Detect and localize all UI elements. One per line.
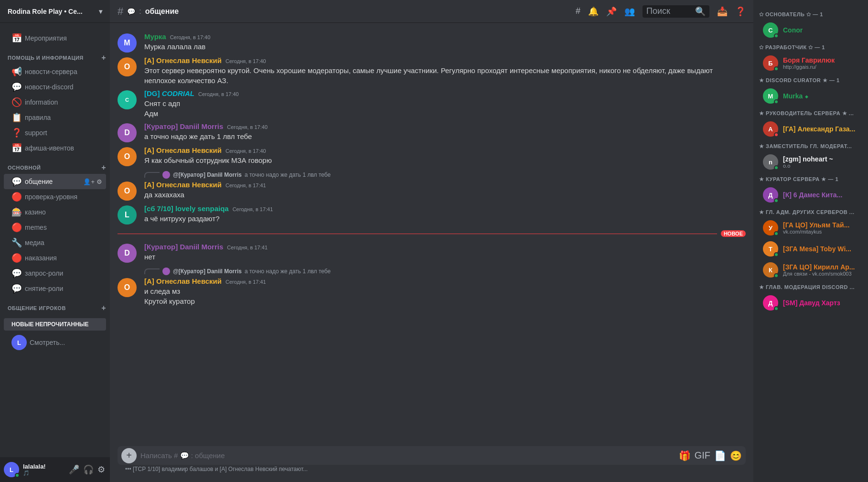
message-author[interactable]: Мурка (144, 32, 166, 41)
member-name: [ЗГА ЦО] Кирилл Ар... (783, 263, 860, 271)
message-time: Сегодня, в 17:41 (225, 279, 266, 285)
channel-icon: 📅 (11, 33, 22, 43)
channel-snyatie-roli[interactable]: 💬 снятие-роли (4, 281, 106, 296)
message-author[interactable]: [Куратор] Daniil Morris (144, 122, 223, 130)
channel-meropriyatiya[interactable]: 📅 Мероприятия (4, 31, 106, 46)
message-group: L [сб 7/10] lovely senpaiqa Сегодня, в 1… (110, 203, 753, 226)
status-dot (774, 198, 779, 203)
add-channel-btn-3[interactable]: + (101, 304, 106, 312)
member-item[interactable]: М Murka ⬥ (757, 86, 864, 107)
emoji-icon[interactable]: 😊 (730, 450, 742, 461)
member-item[interactable]: Д [SM] Давуд Хартз (757, 292, 864, 313)
add-channel-btn[interactable]: + (101, 54, 106, 62)
message-text: Мурка лалала лав (144, 42, 746, 52)
section-header: ★ ГЛ. АДМ. ДРУГИХ СЕРВЕРОВ ... (753, 205, 868, 217)
microphone-icon[interactable]: 🎤 (68, 463, 80, 476)
unread-bar[interactable]: НОВЫЕ НЕПРОЧИТАННЫЕ (4, 318, 106, 331)
channel-information[interactable]: 🚫 information (4, 95, 106, 110)
reply-avatar (162, 268, 170, 275)
message-author[interactable]: [А] Огнеслав Невский (144, 56, 222, 64)
channel-memes[interactable]: 🔴 memes (4, 220, 106, 235)
inbox-icon[interactable]: 📥 (717, 6, 728, 17)
member-name: [zgm] noheart ~ (783, 155, 860, 163)
typing-indicator: ••• [TCP 1/10] владимир балашов и [А] Ог… (118, 465, 746, 474)
gear-icon[interactable]: ⚙ (96, 178, 102, 185)
add-channel-btn-2[interactable]: + (101, 163, 106, 172)
message-author[interactable]: [Куратор] Daniil Morris (144, 243, 223, 251)
section-header: ★ ЗАМЕСТИТЕЛЬ ГЛ. МОДЕРАТ... (753, 139, 868, 151)
user-settings-icon[interactable]: 👤+ (83, 178, 95, 185)
message-text: а чё нитруху раздают? (144, 214, 746, 224)
status-dot (774, 306, 779, 311)
channel-zapros-roli[interactable]: 💬 запрос-роли (4, 266, 106, 281)
message-time: Сегодня, в 17:40 (198, 91, 239, 97)
member-item[interactable]: n [zgm] noheart ~ o.o (757, 151, 864, 172)
message-text: и следа мзКрутой куратор (144, 286, 746, 306)
message-author[interactable]: [сб 7/10] lovely senpaiqa (144, 204, 229, 213)
member-section-dev: ✩ РАЗРАБОТЧИК ✩ — 1 Б Боря Гаврилюк http… (753, 41, 868, 74)
member-item[interactable]: А [ГА] Александр Газа... (757, 118, 864, 139)
reply-author[interactable]: @[Куратор] Daniil Morris (173, 268, 242, 275)
section-help-info[interactable]: ПОМОЩЬ И ИНФОРМАЦИЯ + (0, 54, 110, 64)
reply-author[interactable]: @[Куратор] Daniil Morris (173, 171, 242, 178)
section-osnovnoy[interactable]: ОСНОВНОЙ + (0, 163, 110, 174)
main-content: # 💬 : общение # 🔔 📌 👥 Поиск 🔍 📥 ❓ М Мурк… (110, 0, 753, 482)
message-author[interactable]: [А] Огнеслав Невский (144, 277, 222, 285)
reply-text[interactable]: а точно надо же дать 1 лвл тебе (245, 268, 331, 275)
member-item[interactable]: T [ЗГА Mesa] Toby Wi... (757, 238, 864, 259)
unread-channel-item[interactable]: L Смотреть... (4, 332, 106, 353)
sticker-icon[interactable]: 📄 (714, 450, 726, 461)
member-sub: vk.com/mitaykus (783, 229, 860, 235)
member-item[interactable]: C Conor (757, 20, 864, 41)
channel-pravila[interactable]: 📋 правила (4, 110, 106, 125)
member-item[interactable]: К [ЗГА ЦО] Кирилл Ар... Для связи - vk.c… (757, 259, 864, 280)
channel-media[interactable]: 🔧 медиа (4, 235, 106, 250)
message-input[interactable] (140, 446, 675, 465)
section-header: ★ ГЛАВ. МОДЕРАЦИЯ DISCORD ... (753, 280, 868, 292)
channel-proverka-urovnya[interactable]: 🔴 проверка-уровня (4, 189, 106, 204)
server-header[interactable]: Rodina Role Play • Ce... ▾ (0, 0, 110, 23)
message-time: Сегодня, в 17:40 (225, 58, 266, 64)
help-icon[interactable]: ❓ (735, 6, 746, 17)
channel-novosti-discord[interactable]: 💬 новости-discord (4, 79, 106, 95)
search-box[interactable]: Поиск 🔍 (643, 5, 709, 18)
search-icon: 🔍 (695, 6, 706, 17)
member-avatar: Д (763, 187, 778, 203)
message-author[interactable]: [А] Огнеслав Невский (144, 181, 222, 189)
channel-kazino[interactable]: 🎰 казино (4, 204, 106, 220)
settings-icon[interactable]: ⚙ (96, 463, 106, 476)
member-name: [ЗГА Mesa] Toby Wi... (783, 245, 860, 253)
reply-indicator: @[Куратор] Daniil Morris а точно надо же… (137, 267, 753, 276)
reply-text[interactable]: а точно надо же дать 1 лвл тебе (245, 171, 331, 178)
avatar: О (118, 57, 137, 76)
section-obshchenie-igrokov[interactable]: ОБЩЕНИЕ ИГРОКОВ + (0, 304, 110, 314)
member-item[interactable]: У [ГА ЦО] Ульям Тай... vk.com/mitaykus (757, 217, 864, 238)
member-section-curator: ★ DISCORD CURATOR ★ — 1 М Murka ⬥ (753, 74, 868, 107)
member-item[interactable]: Б Боря Гаврилюк http://ggais.ru/ (757, 53, 864, 74)
message-author[interactable]: [А] Огнеслав Невский (144, 146, 222, 154)
notification-icon[interactable]: 🔔 (588, 6, 599, 17)
channel-novosti-servera[interactable]: 📢 новости-сервера (4, 64, 106, 79)
member-item[interactable]: Д [К] 6 Дамес Кита... (757, 184, 864, 205)
gift-icon[interactable]: 🎁 (679, 450, 691, 461)
gif-icon[interactable]: GIF (695, 450, 710, 461)
member-sub: Для связи - vk.com/smok003 (783, 271, 860, 277)
members-icon[interactable]: 👥 (624, 6, 635, 17)
status-dot (774, 33, 779, 38)
headphones-icon[interactable]: 🎧 (82, 463, 95, 476)
channel-support[interactable]: ❓ support (4, 125, 106, 140)
member-section-other-servers: ★ ГЛ. АДМ. ДРУГИХ СЕРВЕРОВ ... У [ГА ЦО]… (753, 205, 868, 280)
attach-button[interactable]: + (121, 448, 137, 463)
members-panel: ✩ ОСНОВАТЕЛЬ ✩ — 1 C Conor ✩ РАЗРАБОТЧИК… (753, 0, 868, 482)
member-section-discord-mod: ★ ГЛАВ. МОДЕРАЦИЯ DISCORD ... Д [SM] Дав… (753, 280, 868, 313)
member-section-deputy: ★ ЗАМЕСТИТЕЛЬ ГЛ. МОДЕРАТ... n [zgm] noh… (753, 139, 868, 172)
channel-nakazaniya[interactable]: 🔴 наказания (4, 250, 106, 266)
thread-icon[interactable]: # (576, 6, 580, 16)
message-author[interactable]: [DG] CODRIAL (144, 89, 194, 97)
pin-icon[interactable]: 📌 (606, 6, 617, 17)
channel-obshchenie[interactable]: 💬 общение 👤+ ⚙ (4, 174, 106, 189)
status-dot (774, 99, 779, 104)
member-name: [ГА] Александр Газа... (783, 125, 860, 133)
member-avatar: Д (763, 295, 778, 311)
channel-afisha-iventov[interactable]: 📅 афиша-ивентов (4, 140, 106, 156)
